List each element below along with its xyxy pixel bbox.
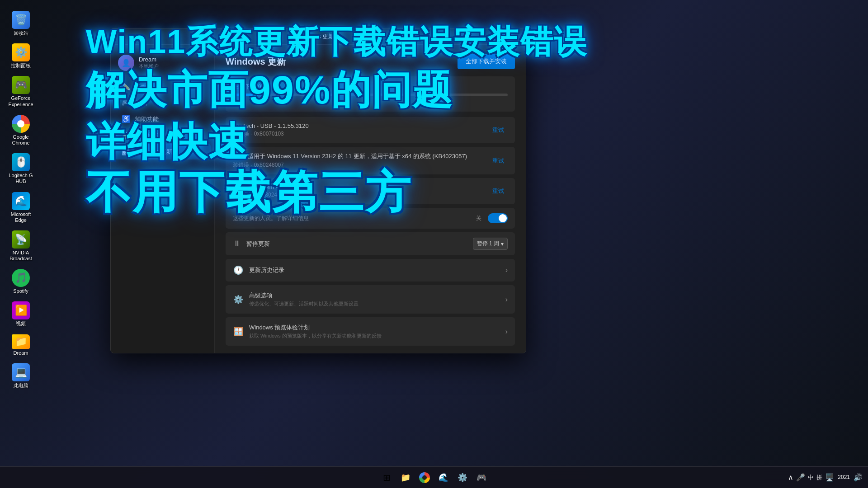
- settings-window: Windows 更新 — □ ✕ 👤 Dream 本地帐户 ✏️: [110, 28, 526, 353]
- icon-nvidia[interactable]: 📡 NVIDIA Broadcast: [5, 229, 37, 263]
- icon-spotify[interactable]: 🎵 Spotify: [5, 267, 37, 296]
- display-icon[interactable]: 🖥️: [825, 473, 834, 482]
- toggle-switch[interactable]: [488, 213, 508, 223]
- toggle-knob: [499, 214, 507, 222]
- insider-left: 🪟 Windows 预览体验计划 获取 Windows 的预览版本，以分享有关新…: [233, 324, 382, 339]
- toggle-row: 这些更新的人员。了解详细信息 关: [226, 208, 515, 229]
- icon-geforce[interactable]: 🎮 GeForce Experience: [5, 74, 37, 109]
- sidebar-item-privacy[interactable]: 🔒 隐私和安全性: [114, 127, 211, 143]
- progress-section: 正在下载 9 % 9 %: [226, 76, 515, 112]
- games-label: 游戏: [135, 99, 147, 107]
- error-item-kb4023057: 2023-适用于 Windows 11 Version 23H2 的 11 更新…: [226, 147, 515, 174]
- logitech-label: Logitech G HUB: [6, 173, 35, 184]
- settings-sidebar: 👤 Dream 本地帐户 ✏️ 个性化 🎮 游戏 ♿ 辅助功能: [111, 45, 215, 353]
- sidebar-item-personalization[interactable]: ✏️ 个性化: [114, 79, 211, 94]
- icon-google-chrome[interactable]: Google Chrome: [5, 113, 37, 148]
- toggle-description: 这些更新的人员。了解详细信息: [233, 215, 476, 222]
- progress-label: 正在下载 9 %: [233, 83, 508, 91]
- advanced-sub: 传递优化、可选更新、活跃时间以及其他更新设置: [249, 300, 359, 307]
- retry-button-logitech[interactable]: 重试: [489, 124, 508, 136]
- history-icon: 🕐: [233, 265, 244, 275]
- icon-dream-folder[interactable]: 📁 Dream: [5, 333, 37, 358]
- window-title: Windows 更新: [152, 33, 479, 41]
- control-panel-icon: ⚙️: [12, 43, 30, 61]
- windows-update-label: Windows 更新: [135, 148, 172, 156]
- control-panel-label: 控制面板: [11, 63, 31, 69]
- sidebar-item-windows-update[interactable]: 🔄 Windows 更新: [114, 144, 211, 160]
- taskbar-windows-button[interactable]: ⊞: [378, 469, 395, 486]
- user-name: Dream: [139, 56, 207, 63]
- insider-title: Windows 预览体验计划: [249, 324, 382, 332]
- privacy-icon: 🔒: [122, 131, 131, 140]
- edge-icon: 🌊: [12, 192, 30, 210]
- taskbar-settings-button[interactable]: ⚙️: [454, 469, 471, 486]
- window-titlebar: Windows 更新 — □ ✕: [111, 28, 526, 45]
- sidebar-item-accessibility[interactable]: ♿ 辅助功能: [114, 111, 211, 127]
- update-history-text: 更新历史记录: [249, 266, 284, 274]
- recycle-bin-label: 回收站: [14, 30, 28, 36]
- insider-text: Windows 预览体验计划 获取 Windows 的预览版本，以分享有关新功能…: [249, 324, 382, 339]
- close-button[interactable]: ✕: [508, 32, 520, 42]
- minimize-button[interactable]: —: [479, 32, 491, 42]
- nvidia-label: NVIDIA Broadcast: [6, 250, 35, 262]
- advanced-text: 高级选项 传递优化、可选更新、活跃时间以及其他更新设置: [249, 291, 359, 307]
- desktop-icons: 🗑️ 回收站 ⚙️ 控制面板 🎮 GeForce Experience Goog…: [0, 5, 42, 395]
- microphone-icon[interactable]: 🎤: [796, 473, 805, 482]
- taskbar-browser-button[interactable]: [416, 469, 433, 486]
- user-info: Dream 本地帐户: [139, 56, 207, 70]
- settings-layout: 👤 Dream 本地帐户 ✏️ 个性化 🎮 游戏 ♿ 辅助功能: [111, 45, 526, 353]
- icon-video[interactable]: ▶️ 视频: [5, 300, 37, 328]
- advanced-left: ⚙️ 高级选项 传递优化、可选更新、活跃时间以及其他更新设置: [233, 291, 359, 307]
- personalization-label: 个性化: [135, 83, 153, 91]
- icon-edge[interactable]: 🌊 Microsoft Edge: [5, 190, 37, 225]
- desktop: 🗑️ 回收站 ⚙️ 控制面板 🎮 GeForce Experience Goog…: [0, 0, 868, 488]
- history-title: 更新历史记录: [249, 266, 284, 274]
- ime-pin-icon[interactable]: 拼: [816, 474, 822, 482]
- icon-logitech[interactable]: 🖱️ Logitech G HUB: [5, 151, 37, 186]
- taskbar: ⊞ 📁 🌊 ⚙️ 🎮 ∧ 🎤 中: [0, 466, 868, 488]
- pause-icon: ⏸: [233, 239, 241, 249]
- insider-row[interactable]: 🪟 Windows 预览体验计划 获取 Windows 的预览版本，以分享有关新…: [226, 317, 515, 346]
- sidebar-item-games[interactable]: 🎮 游戏: [114, 95, 211, 111]
- maximize-button[interactable]: □: [493, 32, 506, 42]
- spotify-label: Spotify: [13, 288, 28, 294]
- toggle-off-label: 关: [476, 215, 481, 222]
- retry-button-intel[interactable]: 重试: [489, 185, 508, 197]
- ime-zh-icon[interactable]: 中: [808, 474, 814, 482]
- history-chevron-icon: ›: [505, 266, 508, 274]
- error-name-kb4023057: 2023-适用于 Windows 11 Version 23H2 的 11 更新…: [233, 152, 489, 160]
- update-history-row[interactable]: 🕐 更新历史记录 ›: [226, 259, 515, 282]
- update-all-button[interactable]: 全部下载并安装: [458, 54, 515, 69]
- taskbar-time[interactable]: 2021: [838, 474, 850, 481]
- advanced-options-row[interactable]: ⚙️ 高级选项 传递优化、可选更新、活跃时间以及其他更新设置 ›: [226, 285, 515, 314]
- error-info-intel: INTEL - System - 10.1.45.9 下载错误 - 0x8024…: [233, 183, 489, 199]
- tray-expand-icon[interactable]: ∧: [788, 473, 793, 482]
- user-subtitle: 本地帐户: [139, 63, 207, 70]
- settings-taskbar-icon: ⚙️: [458, 473, 467, 483]
- games-icon: 🎮: [122, 99, 131, 107]
- speaker-icon[interactable]: 🔊: [854, 473, 863, 482]
- error-name-intel: INTEL - System - 10.1.45.9: [233, 183, 489, 190]
- taskbar-game-button[interactable]: 🎮: [473, 469, 490, 486]
- taskbar-edge-button[interactable]: 🌊: [435, 469, 452, 486]
- insider-sub: 获取 Windows 的预览版本，以分享有关新功能和更新的反馈: [249, 333, 382, 339]
- user-profile: 👤 Dream 本地帐户: [111, 50, 214, 78]
- icon-recycle-bin[interactable]: 🗑️ 回收站: [5, 9, 37, 38]
- icon-this-computer[interactable]: 💻 此电脑: [5, 361, 37, 390]
- windows-logo-icon: ⊞: [383, 472, 391, 483]
- pause-select[interactable]: 暂停 1 周 ▾: [473, 238, 508, 250]
- icon-control-panel[interactable]: ⚙️ 控制面板: [5, 42, 37, 70]
- error-code-kb4023057: 装错误 - 0x80248007: [233, 161, 489, 169]
- error-code-intel: 下载错误 - 0x80248007: [233, 191, 489, 199]
- advanced-title: 高级选项: [249, 291, 359, 300]
- pause-update-row[interactable]: ⏸ 暂停更新 暂停 1 周 ▾: [226, 232, 515, 255]
- pause-label: 暂停更新: [246, 240, 270, 248]
- spotify-icon: 🎵: [12, 269, 30, 287]
- video-icon: ▶️: [12, 301, 30, 319]
- window-controls: — □ ✕: [479, 32, 520, 42]
- retry-button-kb4023057[interactable]: 重试: [489, 155, 508, 167]
- edge-label: Microsoft Edge: [6, 211, 35, 223]
- dream-folder-icon: 📁: [12, 334, 30, 349]
- taskbar-explorer-button[interactable]: 📁: [397, 469, 414, 486]
- error-info-logitech: Logitech - USB - 1.1.55.3120 装错误 - 0x800…: [233, 122, 489, 138]
